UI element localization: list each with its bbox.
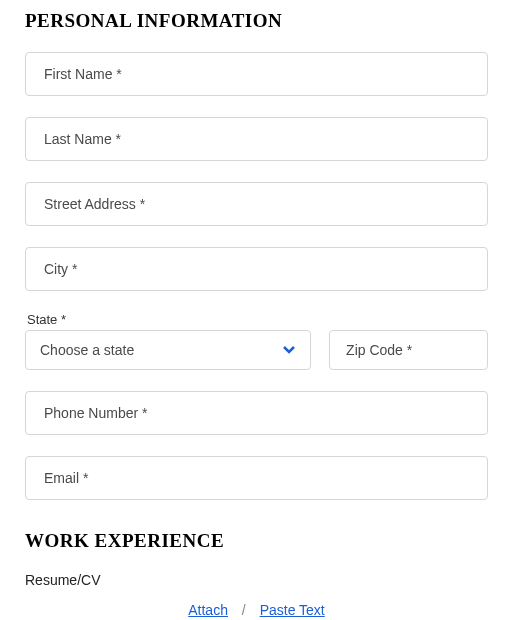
state-zip-row: State * Choose a state (25, 312, 488, 370)
phone-input[interactable] (44, 405, 469, 421)
resume-label: Resume/CV (25, 572, 488, 588)
resume-actions: Attach / Paste Text (25, 602, 488, 618)
phone-field[interactable] (25, 391, 488, 435)
work-experience-heading: WORK EXPERIENCE (25, 530, 488, 552)
attach-link[interactable]: Attach (188, 602, 228, 618)
city-input[interactable] (44, 261, 469, 277)
state-select[interactable]: Choose a state (25, 330, 311, 370)
street-address-input[interactable] (44, 196, 469, 212)
email-field[interactable] (25, 456, 488, 500)
last-name-input[interactable] (44, 131, 469, 147)
last-name-field[interactable] (25, 117, 488, 161)
action-divider: / (242, 602, 246, 618)
zip-field[interactable] (329, 330, 488, 370)
first-name-input[interactable] (44, 66, 469, 82)
personal-information-heading: PERSONAL INFORMATION (25, 10, 488, 32)
zip-column (329, 330, 488, 370)
state-column: State * Choose a state (25, 312, 311, 370)
paste-text-link[interactable]: Paste Text (260, 602, 325, 618)
city-field[interactable] (25, 247, 488, 291)
email-input[interactable] (44, 470, 469, 486)
state-select-text: Choose a state (40, 342, 134, 358)
street-address-field[interactable] (25, 182, 488, 226)
first-name-field[interactable] (25, 52, 488, 96)
state-label: State * (27, 312, 311, 327)
zip-input[interactable] (346, 342, 471, 358)
chevron-down-icon (282, 343, 296, 357)
